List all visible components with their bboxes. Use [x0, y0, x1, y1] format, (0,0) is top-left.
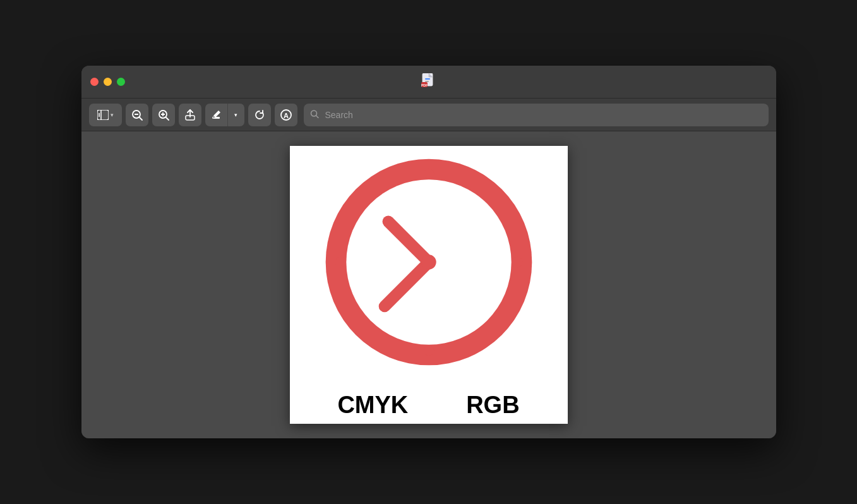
title-bar: PDF: [81, 66, 776, 99]
markup-dropdown-button[interactable]: ▾: [228, 104, 244, 126]
content-area: CMYK RGB: [81, 131, 776, 438]
clock-container: [290, 146, 568, 385]
close-button[interactable]: [90, 78, 99, 86]
markup-group: ▾: [205, 104, 244, 126]
rotate-left-button[interactable]: [248, 104, 271, 126]
search-input[interactable]: [304, 104, 769, 126]
svg-point-28: [512, 256, 522, 267]
document-preview: CMYK RGB: [290, 146, 568, 424]
svg-point-31: [421, 255, 436, 269]
share-icon: [184, 109, 196, 121]
chevron-down-icon: ▾: [234, 112, 237, 118]
svg-rect-3: [425, 81, 429, 82]
search-container: [304, 104, 769, 126]
cmyk-label: CMYK: [337, 392, 408, 419]
svg-point-26: [423, 345, 433, 355]
minimize-button[interactable]: [104, 78, 112, 86]
window-controls: [90, 78, 125, 86]
zoom-out-button[interactable]: [126, 104, 148, 126]
clock-image: [318, 152, 539, 373]
chevron-down-icon: ▾: [111, 112, 114, 118]
document-title-icon: PDF: [421, 73, 436, 91]
markup-button[interactable]: [205, 104, 228, 126]
zoom-out-icon: [131, 109, 143, 121]
annotate-icon: A: [280, 109, 292, 121]
markup-icon: [210, 109, 222, 121]
color-labels: CMYK RGB: [290, 385, 568, 424]
svg-point-25: [423, 168, 433, 178]
share-button[interactable]: [179, 104, 201, 126]
main-window: PDF ▾: [81, 66, 776, 438]
rotate-left-icon: [254, 109, 265, 121]
maximize-button[interactable]: [117, 78, 125, 86]
rgb-label: RGB: [466, 392, 519, 419]
svg-point-27: [335, 256, 345, 267]
svg-text:PDF: PDF: [421, 83, 428, 87]
annotate-button[interactable]: A: [275, 104, 297, 126]
svg-rect-2: [425, 78, 430, 80]
doc-icon: PDF: [421, 73, 436, 91]
svg-line-11: [140, 117, 142, 120]
toolbar: ▾: [81, 99, 776, 131]
sidebar-toggle-button[interactable]: ▾: [89, 104, 122, 126]
svg-line-15: [166, 117, 169, 120]
sidebar-icon: [97, 110, 109, 120]
svg-text:A: A: [284, 112, 289, 119]
zoom-in-button[interactable]: [152, 104, 175, 126]
zoom-in-icon: [158, 109, 169, 121]
